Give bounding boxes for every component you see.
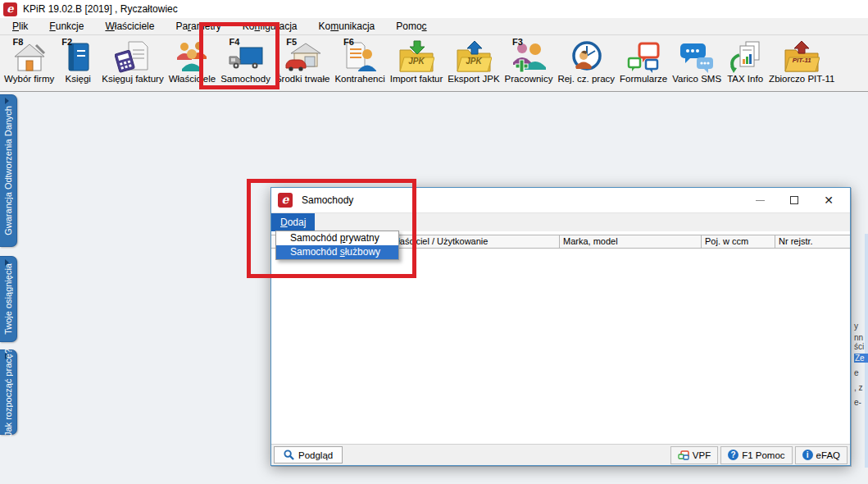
toolbar-label: Właściciele (169, 74, 216, 84)
menu-komunikacja[interactable]: Komunikacja (308, 19, 386, 34)
fkey-badge: F5 (286, 37, 297, 47)
car-table-empty-area[interactable] (271, 249, 850, 444)
toolbar-label: Samochody (220, 74, 270, 84)
podglad-label: Podgląd (298, 450, 333, 460)
toolbar-formularze[interactable]: Formularze (617, 36, 670, 90)
toolbar-ksieguj-faktury[interactable]: Księguj faktury (99, 36, 166, 90)
column-header-marka-model[interactable]: Marka, model (560, 235, 702, 248)
vpf-chat-icon (678, 450, 689, 460)
dialog-titlebar[interactable]: e Samochody ✕ (271, 188, 850, 212)
toolbar-samochody[interactable]: F4 Samochody (218, 36, 273, 90)
clipped-text-fragment-highlighted: Ze (854, 354, 868, 363)
forms-icon (625, 40, 661, 73)
vpf-button[interactable]: VPF (670, 446, 718, 464)
toolbar-zbiorczo-pit11[interactable]: PIT-11 Zbiorczo PIT-11 (766, 36, 837, 90)
column-header-poj-w-ccm[interactable]: Poj. w ccm (702, 235, 775, 248)
sms-icon (679, 40, 715, 73)
toolbar-kontrahenci[interactable]: F6 Kontrahenci (332, 36, 387, 90)
toolbar-label: Eksport JPK (448, 74, 499, 84)
toolbar-label: Formularze (620, 74, 667, 84)
dialog-footer: Podgląd VPF ? F1 Pomoc i eFAQ (271, 444, 850, 465)
background-panel-edge (865, 234, 868, 468)
dialog-window-controls: ✕ (756, 194, 843, 206)
clipped-text-fragment: y (854, 322, 858, 331)
menu-funkcje[interactable]: Funkcje (39, 19, 94, 34)
toolbar-eksport-jpk[interactable]: JPK Eksport JPK (445, 36, 502, 90)
column-header-nr-rejstr[interactable]: Nr rejstr. (775, 235, 850, 248)
toolbar-label: Wybór firmy (4, 74, 54, 84)
toolbar-label: Księguj faktury (102, 74, 163, 84)
toolbar-label: TAX Info (727, 74, 763, 84)
toolbar-label: Import faktur (390, 74, 443, 84)
sidebar-tab-gwarancja[interactable]: Gwarancja Odtworzenia Danych (0, 94, 17, 247)
main-titlebar: e KPiR 19.02.B [2019] , Ryczałtowiec (0, 0, 868, 18)
toolbar-label: Kontrahenci (334, 74, 384, 84)
menu-item-samochod-prywatny[interactable]: Samochód prywatny (276, 231, 398, 245)
toolbar-srodki-trwale[interactable]: F5 Środki trwałe (273, 36, 332, 90)
main-toolbar: F8 Wybór firmy F2 Księguj faktury Księgi (0, 34, 868, 92)
tax-info-icon (727, 40, 763, 73)
f1-pomoc-label: F1 Pomoc (742, 450, 784, 460)
sidebar-tab-label: Jak rozpocząć pracę? (3, 349, 13, 436)
clipped-text-fragment: e (854, 368, 859, 377)
clipped-text-fragment: , z (854, 383, 863, 392)
pit11-folder-label: PIT-11 (783, 57, 820, 64)
toolbar-label: Zbiorczo PIT-11 (769, 74, 834, 84)
owners-people-icon (174, 40, 210, 73)
toolbar-label: Rej. cz. pracy (557, 74, 615, 84)
tab-arrow-icon (5, 98, 9, 104)
jpk-folder-label: JPK (398, 57, 435, 66)
fkey-badge: F6 (343, 37, 354, 47)
f1-pomoc-button[interactable]: ? F1 Pomoc (720, 446, 792, 464)
toolbar-tax-info[interactable]: TAX Info (724, 36, 766, 90)
column-header-wlasciciel[interactable]: Właściciel / Użytkowanie (386, 235, 560, 248)
vpf-label: VPF (693, 450, 711, 460)
toolbar-import-faktur[interactable]: JPK Import faktur (388, 36, 446, 90)
menu-konfiguracja[interactable]: Konfiguracja (232, 19, 308, 34)
efaq-label: eFAQ (816, 450, 840, 460)
question-icon: ? (728, 450, 738, 460)
footer-right-buttons: VPF ? F1 Pomoc i eFAQ (668, 446, 848, 464)
menu-pomoc[interactable]: Pomoc (385, 19, 437, 34)
podglad-button[interactable]: Podgląd (274, 446, 343, 463)
main-menubar: Plik Funkcje Właściciele Parametry Konfi… (0, 18, 868, 34)
sidebar-tab-jak-rozpoczac[interactable]: Jak rozpocząć pracę? (0, 349, 17, 435)
dialog-logo-icon: e (278, 193, 293, 208)
work-time-icon (568, 40, 604, 73)
toolbar-wybor-firmy[interactable]: F8 Wybór firmy (2, 36, 57, 90)
toolbar-label: Pracownicy (505, 74, 553, 84)
sidebar-tab-label: Twoje osiągnięcia (3, 263, 13, 335)
close-icon[interactable]: ✕ (824, 194, 834, 206)
fkey-badge: F2 (61, 37, 72, 47)
toolbar-rej-cz-pracy[interactable]: Rej. cz. pracy (555, 36, 617, 90)
sidebar-tab-osiagniecia[interactable]: Twoje osiągnięcia (0, 256, 17, 342)
samochody-dialog: e Samochody ✕ Dodaj Właściciel / Użytkow… (270, 187, 851, 466)
toolbar-ksiegi[interactable]: F2 Księguj faktury Księgi (57, 36, 99, 90)
minimize-icon[interactable] (756, 200, 765, 201)
menu-plik[interactable]: Plik (2, 19, 39, 34)
menu-wlasciciele[interactable]: Właściciele (94, 19, 165, 34)
efaq-button[interactable]: i eFAQ (795, 446, 848, 464)
toolbar-wlasciciele[interactable]: Właściciele (166, 36, 219, 90)
toolbar-varico-sms[interactable]: Varico SMS (670, 36, 724, 90)
dialog-title: Samochody (302, 194, 353, 206)
toolbar-pracownicy[interactable]: F3 Pracownicy (502, 36, 556, 90)
clipped-text-fragment: nn (854, 333, 863, 342)
clipped-text-fragment: e- (854, 398, 861, 407)
dodaj-menu[interactable]: Dodaj (271, 213, 315, 231)
fkey-badge: F8 (13, 37, 24, 47)
calculator-invoice-icon (115, 40, 151, 73)
fkey-badge: F3 (512, 37, 523, 47)
menu-parametry[interactable]: Parametry (165, 19, 231, 34)
magnifier-icon (284, 450, 294, 460)
maximize-icon[interactable] (790, 196, 798, 204)
app-logo-icon: e (3, 2, 17, 16)
toolbar-label: Księgi (66, 74, 91, 84)
toolbar-label: Środki trwałe (275, 74, 329, 84)
dodaj-dropdown-menu: Samochód prywatny Samochód służbowy (275, 231, 399, 260)
jpk-folder-label: JPK (455, 57, 493, 66)
info-icon: i (802, 450, 813, 460)
dialog-menubar: Dodaj (271, 212, 850, 231)
menu-item-samochod-sluzbowy[interactable]: Samochód służbowy (276, 245, 398, 259)
toolbar-label: Varico SMS (672, 74, 721, 84)
